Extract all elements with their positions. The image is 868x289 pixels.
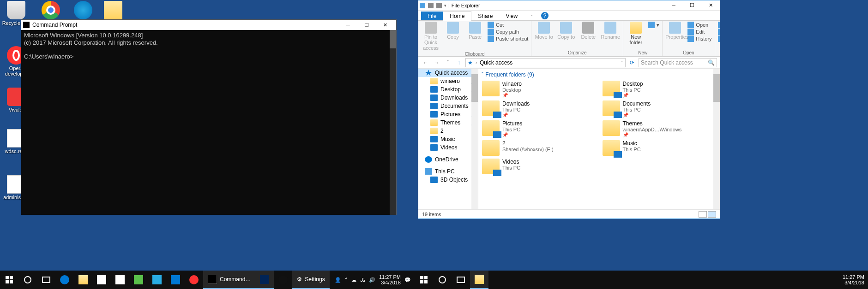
task-view-button[interactable] — [452, 271, 470, 289]
nav-item[interactable]: 2 — [418, 127, 478, 135]
folder-tile[interactable]: VideosThis PC — [481, 158, 597, 175]
taskbar-explorer-icon[interactable] — [74, 271, 92, 289]
qat-properties-icon[interactable] — [428, 3, 434, 8]
folder-tile[interactable]: Themeswinaero\AppD…\Windows📌 — [602, 119, 717, 138]
search-input[interactable]: Search Quick access 🔍 — [639, 58, 717, 67]
onedrive-icon[interactable]: ☁ — [351, 277, 356, 283]
taskbar-cmd-button[interactable]: Command… — [203, 271, 255, 289]
fe-titlebar[interactable]: ▾ | File Explorer ─ ☐ ✕ — [418, 0, 720, 11]
details-view-button[interactable] — [699, 211, 707, 218]
content-scrollbar[interactable] — [713, 69, 720, 209]
address-dropdown-icon[interactable]: ˅ — [621, 60, 623, 65]
address-bar[interactable]: ★ › Quick access ˅ — [465, 58, 626, 67]
invert-selection-button[interactable]: Invert selection — [718, 35, 720, 42]
cortana-button[interactable] — [433, 271, 452, 289]
navigation-pane[interactable]: Quick accesswinaero📌Desktop📌Downloads📌Do… — [418, 69, 478, 209]
large-icons-view-button[interactable] — [708, 211, 716, 218]
qat-newfolder-icon[interactable] — [436, 3, 442, 8]
cortana-button[interactable] — [18, 271, 37, 289]
minimize-button[interactable]: ─ — [339, 20, 357, 30]
desktop-icon[interactable] — [35, 1, 67, 20]
taskbar-app-icon[interactable] — [129, 271, 148, 289]
taskbar-edge-icon[interactable] — [55, 271, 74, 289]
nav-scrollbar[interactable] — [471, 69, 478, 209]
taskbar-opera-icon[interactable] — [185, 271, 203, 289]
network-icon[interactable]: 🖧 — [360, 277, 365, 283]
paste-shortcut-button[interactable]: Paste shortcut — [488, 35, 528, 42]
pin-to-quick-access-button[interactable]: Pin to Quick access — [421, 22, 440, 51]
select-all-button[interactable]: Select all — [718, 22, 720, 28]
taskbar-left[interactable]: Command… ⚙Settings 👤 ˄ ☁ 🖧 🔊 11:27 PM 3/… — [0, 271, 415, 289]
cmd-titlebar[interactable]: Command Prompt ─ ☐ ✕ — [21, 20, 396, 30]
new-folder-button[interactable]: New folder — [626, 22, 645, 45]
copy-button[interactable]: Copy — [443, 22, 463, 40]
taskbar-right[interactable]: 11:27 PM 3/4/2018 — [415, 271, 868, 289]
folder-tile[interactable]: MusicThis PC — [602, 139, 717, 157]
taskbar-mail-icon[interactable] — [111, 271, 129, 289]
tab-view[interactable]: View — [499, 12, 524, 20]
qat-dropdown-icon[interactable]: ▾ — [444, 3, 446, 8]
folder-tile[interactable]: DownloadsThis PC📌 — [481, 100, 597, 118]
paste-button[interactable]: Paste — [465, 22, 485, 40]
nav-item[interactable]: 3D Objects — [418, 176, 478, 184]
folder-tile[interactable]: 2Shared (\\vboxsrv) (E:) — [481, 139, 597, 157]
folder-tile[interactable]: DesktopThis PC📌 — [602, 80, 717, 99]
nav-item[interactable]: Quick access — [418, 69, 478, 77]
desktop-icon[interactable] — [67, 1, 99, 20]
up-button[interactable]: ↑ — [454, 58, 464, 67]
maximize-button[interactable]: ☐ — [357, 20, 376, 30]
taskbar-powershell-icon[interactable] — [255, 271, 274, 289]
nav-item[interactable]: OneDrive — [418, 155, 478, 164]
taskbar-settings-button[interactable]: ⚙Settings — [292, 271, 329, 289]
move-to-button[interactable]: Move to — [534, 22, 554, 40]
help-icon[interactable]: ? — [541, 12, 549, 19]
people-icon[interactable]: 👤 — [335, 277, 341, 283]
cmd-body[interactable]: Microsoft Windows [Version 10.0.16299.24… — [21, 30, 396, 215]
nav-item[interactable]: Themes📌 — [418, 118, 478, 127]
recent-locations-button[interactable]: ˅ — [443, 58, 452, 67]
nav-item[interactable]: Desktop📌 — [418, 85, 478, 94]
nav-item[interactable]: Downloads📌 — [418, 94, 478, 102]
folder-tile[interactable]: winaeroDesktop📌 — [481, 80, 597, 99]
ribbon-collapse-icon[interactable]: ˄ — [524, 13, 539, 20]
taskbar-weather-icon[interactable] — [148, 271, 166, 289]
cmd-scrollbar-thumb[interactable] — [390, 30, 396, 48]
delete-button[interactable]: Delete — [579, 22, 598, 40]
clock[interactable]: 11:27 PM 3/4/2018 — [843, 274, 864, 285]
content-scrollbar-thumb[interactable] — [713, 74, 720, 102]
clock[interactable]: 11:27 PM 3/4/2018 — [379, 274, 401, 285]
cut-button[interactable]: Cut — [488, 22, 528, 28]
select-none-button[interactable]: Select none — [718, 29, 720, 35]
desktop-icon[interactable] — [97, 1, 129, 20]
taskbar-app-icon[interactable] — [166, 271, 185, 289]
start-button[interactable] — [415, 271, 433, 289]
volume-icon[interactable]: 🔊 — [369, 277, 375, 283]
nav-item[interactable]: Pictures📌 — [418, 110, 478, 118]
task-view-button[interactable] — [37, 271, 55, 289]
nav-scrollbar-thumb[interactable] — [471, 74, 478, 102]
copy-to-button[interactable]: Copy to — [556, 22, 576, 40]
folder-tile[interactable]: DocumentsThis PC📌 — [602, 100, 717, 118]
content-pane[interactable]: ˅ Frequent folders (9) winaeroDesktop📌De… — [478, 69, 720, 209]
properties-button[interactable]: Properties — [665, 22, 685, 40]
start-button[interactable] — [0, 271, 18, 289]
nav-item[interactable]: This PC — [418, 167, 478, 176]
cmd-scrollbar[interactable] — [390, 30, 396, 215]
history-button[interactable]: History — [687, 35, 711, 42]
close-button[interactable]: ✕ — [701, 0, 720, 11]
taskbar-explorer-icon[interactable] — [470, 271, 488, 289]
nav-item[interactable]: Documents📌 — [418, 102, 478, 110]
maximize-button[interactable]: ☐ — [683, 0, 701, 11]
forward-button[interactable]: → — [432, 58, 441, 67]
close-button[interactable]: ✕ — [376, 20, 394, 30]
tab-home[interactable]: Home — [443, 11, 471, 21]
edit-button[interactable]: Edit — [687, 29, 711, 35]
taskbar-opera-icon[interactable] — [274, 271, 292, 289]
tray-chevron-icon[interactable]: ˄ — [345, 277, 348, 283]
new-item-button[interactable]: ▾ — [648, 22, 659, 28]
back-button[interactable]: ← — [421, 58, 430, 67]
taskbar-store-icon[interactable] — [92, 271, 111, 289]
nav-item[interactable]: winaero📌 — [418, 77, 478, 85]
section-header[interactable]: ˅ Frequent folders (9) — [481, 71, 717, 78]
tab-file[interactable]: File — [421, 12, 443, 20]
